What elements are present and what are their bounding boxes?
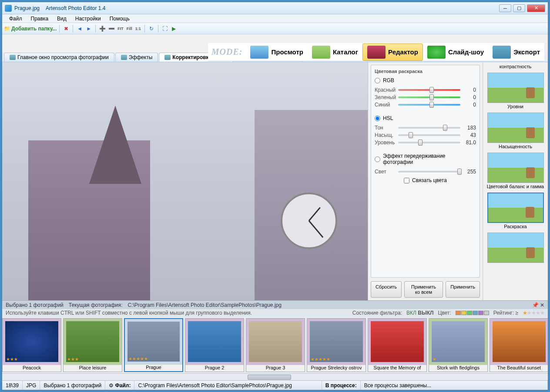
light-slider[interactable]: [398, 171, 460, 173]
menubar: Файл Правка Вид Настройки Помощь: [2, 14, 548, 23]
menu-file[interactable]: Файл: [5, 15, 27, 23]
status-file-icon: ⚙: [109, 382, 114, 389]
catalog-icon: [312, 46, 330, 59]
apply-button[interactable]: Применить: [446, 281, 480, 298]
fx-icon: [121, 55, 127, 60]
mode-label: MODE:: [208, 47, 246, 57]
fullscreen-icon[interactable]: ⛶: [161, 25, 169, 33]
mode-view[interactable]: Просмотр: [246, 44, 307, 60]
info-selection: Выбрано 1 фотографий: [6, 302, 64, 308]
info-current-label: Текущая фотография:: [69, 302, 123, 308]
thumb-prague[interactable]: ★★★★★Prague: [124, 318, 183, 372]
apply-all-button[interactable]: Применить ко всем: [404, 281, 443, 298]
hsl-radio[interactable]: [375, 116, 380, 121]
preset-saturation[interactable]: Насыщенность: [485, 113, 546, 149]
thumb-strelecky[interactable]: ★★★★★Prague Strelecky ostrov: [307, 318, 366, 372]
mode-editor[interactable]: Редактор: [362, 43, 423, 61]
menu-settings[interactable]: Настройки: [71, 15, 105, 23]
preset-contrast[interactable]: контрастность: [485, 64, 546, 69]
fit-button[interactable]: FIT: [117, 27, 124, 31]
reset-button[interactable]: Сбросить: [371, 281, 402, 298]
sat-slider[interactable]: [398, 134, 460, 136]
menu-edit[interactable]: Правка: [27, 15, 53, 23]
preset-levels[interactable]: Уровни: [485, 73, 546, 109]
minimize-button[interactable]: ─: [499, 4, 511, 12]
fill-button[interactable]: Fill: [126, 27, 133, 31]
zoom-out-icon[interactable]: ➖: [107, 25, 115, 33]
pin-icon[interactable]: 📌 ✕: [532, 302, 544, 308]
close-button[interactable]: ✕: [527, 4, 545, 12]
rating-stars[interactable]: ★★★★★: [523, 310, 544, 316]
menu-help[interactable]: Помощь: [105, 15, 134, 23]
rgb-radio[interactable]: [375, 78, 380, 83]
title-app: Artensoft Photo Editor 1.4: [46, 5, 105, 11]
editor-icon: [367, 46, 386, 59]
viewer: [2, 62, 368, 300]
add-folder-button[interactable]: 📁 Добавить папку...: [4, 26, 57, 32]
tab-main[interactable]: Главное окно просмотра фотографии: [4, 53, 114, 62]
green-slider[interactable]: [398, 96, 460, 98]
thumb-square[interactable]: Square the Memory of: [368, 318, 427, 372]
delete-icon[interactable]: ✖: [62, 25, 70, 33]
menu-view[interactable]: Вид: [53, 15, 71, 23]
maximize-button[interactable]: ▢: [513, 4, 525, 12]
hint-bar: Используйте клавиши CTRL или SHIFT совме…: [2, 309, 548, 317]
panel-title: Цветовая раскраска: [375, 69, 476, 74]
rotate-icon[interactable]: ↻: [148, 25, 155, 33]
thumb-peacock[interactable]: ★★★Peacock: [2, 318, 61, 372]
photo-canvas[interactable]: [2, 62, 368, 300]
preset-panel: контрастность Уровни Насыщенность Цветов…: [483, 62, 548, 300]
oneone-button[interactable]: 1:1: [134, 27, 142, 31]
status-selection: Выбрано 1 фотографий: [40, 381, 105, 390]
red-slider[interactable]: [398, 89, 460, 91]
thumb-stork[interactable]: ★Stork with fledglings: [429, 318, 488, 372]
preset-paint[interactable]: Раскраска: [485, 193, 546, 229]
status-format: JPG: [23, 381, 40, 390]
status-bar: 18\39 JPG Выбрано 1 фотографий ⚙ Файл: C…: [2, 380, 548, 390]
app-window: Prague.jpg Artensoft Photo Editor 1.4 ─ …: [2, 2, 548, 390]
status-filepath: C:\Program Files\Artensoft Photo Editor\…: [134, 381, 322, 390]
thumb-scrollbar[interactable]: [2, 373, 548, 380]
photo-icon: [10, 55, 16, 60]
thumb-place-leisure[interactable]: ★★★Place leisure: [63, 318, 122, 372]
thumbnail-strip: ★★★Peacock ★★★Place leisure ★★★★★Prague …: [2, 317, 548, 373]
preset-balance[interactable]: Цветовой баланс и гамма: [485, 153, 546, 189]
thumb-prague-2[interactable]: Prague 2: [185, 318, 244, 372]
status-process: Все процессы завершены...: [361, 381, 548, 390]
blue-slider[interactable]: [398, 104, 460, 106]
link-colors-checkbox[interactable]: [404, 178, 409, 183]
mode-export[interactable]: Экспорт: [488, 44, 544, 60]
thumb-prague-3[interactable]: Prague 3: [246, 318, 305, 372]
export-icon: [493, 46, 511, 59]
mode-slideshow[interactable]: Слайд-шоу: [423, 44, 488, 60]
level-slider[interactable]: [398, 142, 460, 143]
fx-radio[interactable]: [375, 156, 380, 162]
hue-slider[interactable]: [398, 127, 460, 129]
color-swatches[interactable]: [456, 311, 489, 315]
tab-effects[interactable]: Эффекты: [115, 53, 158, 62]
app-icon: [5, 5, 12, 12]
zoom-in-icon[interactable]: ➕: [98, 25, 106, 33]
next-icon[interactable]: ►: [85, 25, 93, 33]
mode-catalog[interactable]: Каталог: [308, 44, 362, 60]
color-icon: [164, 55, 171, 60]
play-icon[interactable]: ▶: [170, 25, 178, 33]
info-path: C:\Program Files\Artensoft Photo Editor\…: [127, 302, 282, 308]
titlebar: Prague.jpg Artensoft Photo Editor 1.4 ─ …: [2, 2, 548, 14]
title-file: Prague.jpg: [14, 5, 40, 11]
color-panel: Цветовая раскраска RGB Красный0 Зеленый0…: [368, 62, 483, 300]
view-icon: [250, 46, 268, 59]
info-bar: Выбрано 1 фотографий Текущая фотография:…: [2, 300, 548, 309]
modebar: MODE: Просмотр Каталог Редактор Слайд-шо…: [208, 43, 544, 61]
thumb-sunset[interactable]: The Beautiful sunset: [490, 318, 548, 372]
toolbar: 📁 Добавить папку... ✖ ◄ ► ➕ ➖ FIT Fill 1…: [2, 23, 548, 34]
status-position: 18\39: [2, 381, 23, 390]
prev-icon[interactable]: ◄: [76, 25, 84, 33]
slideshow-icon: [427, 46, 446, 59]
preset-next[interactable]: [485, 233, 546, 263]
